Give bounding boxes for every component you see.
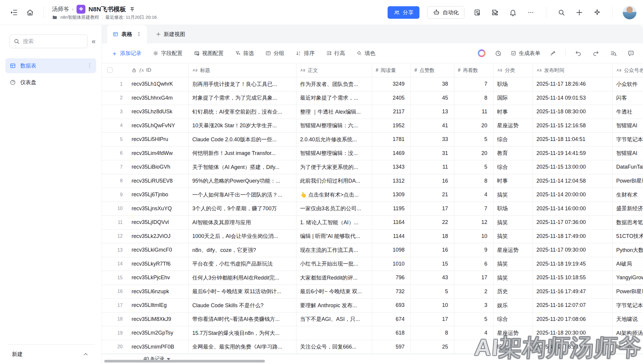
cell-body[interactable]: 要理解 Anthropic 发布... bbox=[296, 299, 372, 312]
cell-time[interactable]: 2025-11-14 16:00:00 bbox=[533, 202, 613, 216]
doc-title[interactable]: N8N飞书模板 bbox=[88, 5, 126, 13]
cell-account[interactable]: 叶小钗 bbox=[613, 340, 643, 354]
cell-id[interactable]: recv35LlM8XkJ9 bbox=[128, 313, 189, 326]
select-all-checkbox[interactable] bbox=[102, 63, 128, 77]
cell-account[interactable]: AI架构师汤师爷 bbox=[613, 326, 643, 340]
cell-likes[interactable]: 10 bbox=[411, 299, 454, 312]
cell-id[interactable]: recv35LiBioGVh bbox=[128, 160, 189, 174]
notifications-bell-icon[interactable] bbox=[508, 7, 518, 18]
cell-id[interactable]: recv35Lk2JViOJ bbox=[128, 230, 189, 243]
cell-id[interactable]: recv35Ll6nzupk bbox=[128, 285, 189, 299]
cell-category[interactable]: 搞笑 bbox=[494, 257, 533, 271]
cell-account[interactable]: 字节笔记本 bbox=[613, 133, 643, 146]
row-number[interactable]: 10 bbox=[102, 202, 128, 216]
cell-body[interactable]: 作为开发者、团队负责... bbox=[296, 77, 372, 91]
cell-title[interactable]: 3个人的公司，9个星期，赚了700万 bbox=[189, 202, 296, 216]
cell-account[interactable]: 智猩猩AI bbox=[613, 119, 643, 133]
cell-body[interactable]: 编辑 | 听雨“AI 能够取代... bbox=[296, 230, 372, 243]
cell-wow[interactable]: 9 bbox=[454, 243, 494, 257]
row-number[interactable]: 5 bbox=[102, 133, 128, 146]
cell-reads[interactable]: 3249 bbox=[372, 77, 411, 91]
cell-likes[interactable]: 5 bbox=[411, 285, 454, 299]
row-number[interactable]: 3 bbox=[102, 105, 128, 119]
cell-time[interactable]: 2025-11-14 20:00:00 bbox=[533, 188, 613, 202]
history-icon[interactable] bbox=[493, 48, 503, 58]
cell-likes[interactable]: 41 bbox=[411, 119, 454, 133]
cell-title[interactable]: 平台在变，小红书虚拟产品新玩法 bbox=[189, 257, 296, 271]
view-config-button[interactable]: 视图配置 bbox=[194, 50, 224, 57]
cell-account[interactable]: Python大数据 bbox=[613, 243, 643, 257]
cell-category[interactable]: 搞笑 bbox=[494, 230, 533, 243]
cell-title[interactable]: 带你看清AI时代~看清AI各类赚钱方... bbox=[189, 313, 296, 326]
search-icon[interactable] bbox=[556, 7, 566, 18]
row-height-button[interactable]: 行高 bbox=[326, 50, 345, 57]
cell-body[interactable]: 当下不是AGI、ASI，只... bbox=[296, 313, 372, 326]
cell-wow[interactable]: 5 bbox=[454, 133, 494, 146]
cell-likes[interactable]: 16 bbox=[411, 174, 454, 188]
cell-time[interactable]: 2025-11-15 13:00:00 bbox=[533, 160, 613, 174]
column-header-category[interactable]: A 分类 bbox=[494, 63, 533, 77]
cell-likes[interactable]: 17 bbox=[411, 202, 454, 216]
row-number[interactable]: 11 bbox=[102, 216, 128, 229]
cell-id[interactable]: recv35Lim4fdWw bbox=[128, 147, 189, 160]
cell-wow[interactable]: 4 bbox=[454, 188, 494, 202]
cell-title[interactable]: 任何人3分钟都能利用AI在Reddit完... bbox=[189, 271, 296, 285]
cell-id[interactable]: recv35LlltmlEg bbox=[128, 299, 189, 312]
cell-body[interactable]: 1. 绪论人工智能（AI）... bbox=[296, 216, 372, 229]
cell-reads[interactable]: 796 bbox=[372, 271, 411, 285]
cell-title[interactable]: 全网最全、最实用的免费《AI学习路... bbox=[189, 340, 296, 354]
add-record-button[interactable]: ＋ 添加记录 bbox=[111, 50, 141, 57]
cell-likes[interactable]: 13 bbox=[411, 105, 454, 119]
cell-category[interactable]: 搞笑 bbox=[494, 271, 533, 285]
cell-wow[interactable]: 8 bbox=[454, 174, 494, 188]
cell-title[interactable]: 10天暴涨20k Star！20岁大学生开... bbox=[189, 119, 296, 133]
sidebar-item-dashboard[interactable]: 仪表盘 bbox=[5, 75, 96, 90]
cell-time[interactable]: 2025-11-14 08:28:00 bbox=[533, 340, 613, 354]
cell-title[interactable]: Claude Code Skills 不是什么? bbox=[189, 299, 296, 312]
share-button[interactable]: 分享 bbox=[388, 6, 419, 19]
row-number[interactable]: 4 bbox=[102, 119, 128, 133]
cell-account[interactable]: 数据思考笔记 bbox=[613, 216, 643, 229]
cell-id[interactable]: recv35LmimPF0B bbox=[128, 340, 189, 354]
cell-wow[interactable]: 5 bbox=[454, 160, 494, 174]
row-number[interactable]: 9 bbox=[102, 188, 128, 202]
cell-reads[interactable]: 1144 bbox=[372, 230, 411, 243]
cell-likes[interactable]: 33 bbox=[411, 133, 454, 146]
cell-likes[interactable]: 43 bbox=[411, 271, 454, 285]
comment-icon[interactable] bbox=[626, 48, 636, 58]
cell-id[interactable]: recv35Lhz8dUSk bbox=[128, 105, 189, 119]
cell-title[interactable]: 95%的人忽略的PowerQuery功能：... bbox=[189, 174, 296, 188]
cell-category[interactable]: 综合 bbox=[494, 133, 533, 146]
view-menu-icon[interactable]: ⋮ bbox=[136, 33, 141, 36]
pin-icon[interactable] bbox=[129, 6, 135, 12]
search-input[interactable] bbox=[23, 38, 59, 45]
cell-id[interactable]: recv35Li5HlPru bbox=[128, 133, 189, 146]
sort-button[interactable]: AZ 排序 bbox=[296, 50, 315, 57]
cell-category[interactable]: 娱乐 bbox=[494, 299, 533, 312]
cell-time[interactable]: 2025-11-18 20:30:00 bbox=[533, 326, 613, 340]
cell-body[interactable] bbox=[296, 326, 372, 340]
cell-category[interactable]: 职场 bbox=[494, 202, 533, 216]
column-header-likes[interactable]: #点赞数 bbox=[411, 63, 454, 77]
cell-body[interactable]: 最后6小时~ 今晚结束 双... bbox=[296, 285, 372, 299]
cell-category[interactable]: 时事 bbox=[494, 105, 533, 119]
breadcrumb-root[interactable]: 汤师爷 bbox=[52, 5, 69, 13]
cell-reads[interactable]: 2405 bbox=[372, 91, 411, 105]
row-number[interactable]: 16 bbox=[102, 285, 128, 299]
cell-account[interactable]: 小众软件 bbox=[613, 77, 643, 91]
form-icon[interactable] bbox=[472, 7, 482, 18]
cell-id[interactable]: recv35LjnsXuYQ bbox=[128, 202, 189, 216]
sparkle-ai-icon[interactable] bbox=[592, 7, 602, 18]
cell-title[interactable]: n8n、dify、coze，它更强? bbox=[189, 243, 296, 257]
cell-wow[interactable]: 2 bbox=[454, 285, 494, 299]
cell-time[interactable]: 2025-11-18 08:30:00 bbox=[533, 105, 613, 119]
cell-likes[interactable]: 38 bbox=[411, 77, 454, 91]
cell-category[interactable]: 教育 bbox=[494, 147, 533, 160]
cell-body[interactable]: 智猩猩AI整理编辑：六... bbox=[296, 119, 372, 133]
cell-time[interactable]: 2025-11-15 10:18:55 bbox=[533, 271, 613, 285]
cell-reads[interactable]: 1781 bbox=[372, 133, 411, 146]
cell-time[interactable]: 2025-11-18 17:49:00 bbox=[533, 230, 613, 243]
row-number[interactable]: 14 bbox=[102, 257, 128, 271]
row-number[interactable]: 12 bbox=[102, 230, 128, 243]
cell-account[interactable]: 51CTO技术栈 bbox=[613, 230, 643, 243]
